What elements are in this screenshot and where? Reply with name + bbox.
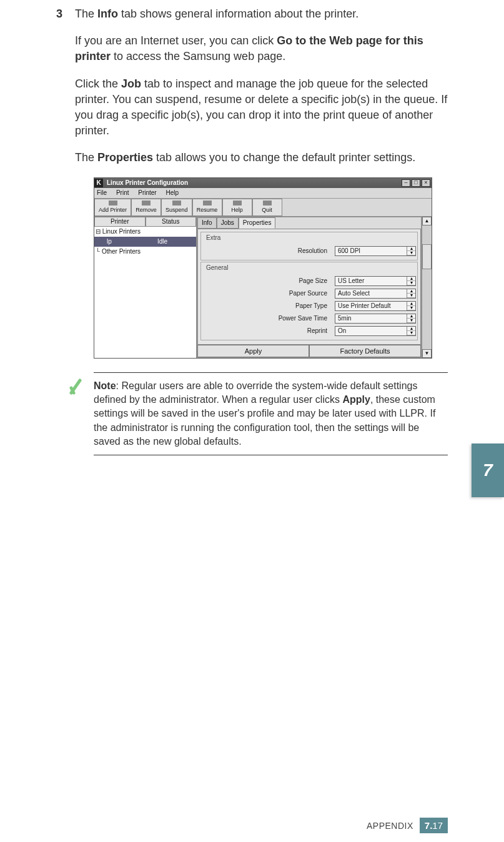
scroll-down-icon[interactable]: ▼	[422, 349, 432, 358]
label: Other Printers	[102, 248, 141, 255]
label-reprint: Reprint	[202, 327, 335, 335]
group-extra: Extra	[205, 234, 222, 242]
col-printer[interactable]: Printer	[94, 217, 146, 227]
add-printer-button[interactable]: Add Printer	[94, 199, 131, 216]
help-icon	[233, 201, 242, 206]
label-page-size: Page Size	[202, 277, 335, 285]
tree-item-selected[interactable]: lp Idle	[94, 237, 196, 247]
menubar: File Print Printer Help	[94, 188, 432, 199]
resume-icon	[203, 201, 212, 206]
footer-pagenum: 17	[432, 820, 443, 831]
label: Help	[231, 206, 243, 214]
menu-file[interactable]: File	[97, 189, 107, 196]
toolbar: Add Printer Remove Suspend Resume Help Q…	[94, 199, 432, 217]
chapter-tab: 7	[472, 443, 504, 497]
label-paper-type: Paper Type	[202, 302, 335, 310]
properties-body: Extra Resolution 600 DPI▴▾ General	[197, 229, 421, 345]
scroll-track[interactable]	[422, 225, 432, 349]
close-button[interactable]: ×	[422, 179, 430, 187]
col-status[interactable]: Status	[146, 217, 197, 227]
value: On	[335, 327, 407, 335]
label-paper-source: Paper Source	[202, 289, 335, 298]
suspend-button[interactable]: Suspend	[161, 199, 192, 216]
combo-paper-source[interactable]: Auto Select▴▾	[335, 289, 416, 299]
step-number: 3	[56, 6, 64, 455]
label: Add Printer	[99, 206, 127, 214]
value: Auto Select	[335, 289, 407, 298]
label: lp	[96, 237, 157, 246]
minimize-button[interactable]: –	[402, 179, 410, 187]
text: to access the Samsung web page.	[111, 50, 285, 62]
text: Click the	[75, 77, 121, 90]
tab-properties[interactable]: Properties	[239, 217, 276, 229]
tab-info[interactable]: Info	[197, 217, 217, 229]
note-block: Note: Regular users are able to override…	[94, 372, 448, 456]
titlebar: K Linux Printer Configuration – □ ×	[94, 178, 432, 188]
status: Idle	[157, 237, 195, 246]
label: Quit	[262, 206, 272, 214]
value: 600 DPI	[335, 247, 407, 255]
value: 5min	[335, 314, 407, 323]
text: The	[75, 7, 97, 20]
bold-info: Info	[97, 7, 118, 20]
text: tab shows general information about the …	[118, 7, 358, 20]
value: Use Printer Default	[335, 302, 407, 310]
label-resolution: Resolution	[202, 247, 335, 255]
bold-job: Job	[121, 77, 141, 90]
suspend-icon	[172, 201, 181, 206]
screenshot-window: K Linux Printer Configuration – □ × File…	[94, 177, 432, 359]
quit-button[interactable]: Quit	[252, 199, 282, 216]
label: Suspend	[166, 206, 188, 214]
combo-power-save[interactable]: 5min▴▾	[335, 314, 416, 324]
remove-button[interactable]: Remove	[131, 199, 161, 216]
scroll-up-icon[interactable]: ▲	[422, 217, 432, 225]
group-general: General	[205, 264, 230, 272]
quit-icon	[263, 201, 272, 206]
printer-list-pane: Printer Status ⊟ Linux Printers lp Idle …	[94, 217, 197, 358]
note-label: Note	[94, 380, 116, 391]
app-icon: K	[94, 179, 103, 187]
factory-defaults-button[interactable]: Factory Defaults	[309, 345, 421, 357]
help-button[interactable]: Help	[222, 199, 252, 216]
text: If you are an Internet user, you can cli…	[75, 34, 277, 47]
combo-page-size[interactable]: US Letter▴▾	[335, 276, 416, 286]
apply-button[interactable]: Apply	[197, 345, 309, 357]
footer-page: 7.17	[420, 818, 448, 833]
footer-appendix: APPENDIX	[367, 821, 413, 831]
combo-paper-type[interactable]: Use Printer Default▴▾	[335, 301, 416, 311]
note-icon	[69, 377, 87, 395]
label: Resume	[197, 206, 218, 214]
tree-root[interactable]: ⊟ Linux Printers	[94, 227, 196, 237]
bold-apply: Apply	[342, 394, 370, 405]
footer-chapter: 7.	[425, 820, 433, 831]
menu-help[interactable]: Help	[166, 189, 179, 196]
footer: APPENDIX 7.17	[367, 818, 448, 833]
add-printer-icon	[109, 201, 117, 206]
printer-tree[interactable]: ⊟ Linux Printers lp Idle └ Other Printer…	[94, 227, 196, 358]
combo-resolution[interactable]: 600 DPI▴▾	[335, 246, 416, 256]
tab-jobs[interactable]: Jobs	[217, 217, 239, 229]
maximize-button[interactable]: □	[412, 179, 420, 187]
text: The	[75, 151, 97, 164]
label-power-save: Power Save Time	[202, 314, 335, 323]
resume-button[interactable]: Resume	[192, 199, 222, 216]
tree-other[interactable]: └ Other Printers	[94, 247, 196, 257]
bold-properties: Properties	[97, 151, 153, 164]
menu-print[interactable]: Print	[116, 189, 129, 196]
step-body: The Info tab shows general information a…	[75, 6, 448, 455]
remove-icon	[142, 201, 151, 206]
window-title: Linux Printer Configuration	[103, 179, 402, 187]
label: Remove	[136, 206, 157, 214]
scrollbar[interactable]: ▲ ▼	[422, 217, 432, 358]
combo-reprint[interactable]: On▴▾	[335, 326, 416, 336]
scroll-thumb[interactable]	[422, 244, 432, 269]
label: Linux Printers	[102, 228, 141, 235]
text: tab allows you to change the default pri…	[153, 151, 415, 164]
menu-printer[interactable]: Printer	[138, 189, 156, 196]
value: US Letter	[335, 277, 407, 285]
